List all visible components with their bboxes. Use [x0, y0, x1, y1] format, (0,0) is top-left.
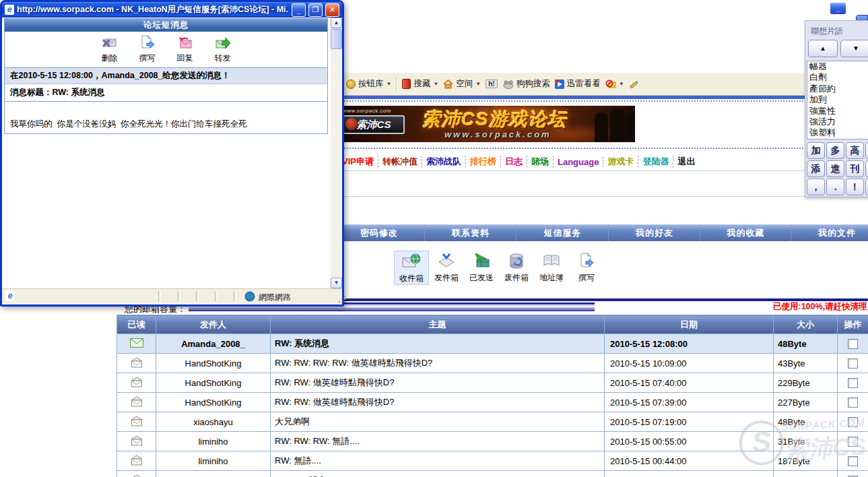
ime-key[interactable]: ？: [865, 179, 868, 195]
resize-grip[interactable]: [339, 301, 340, 303]
maximize-button[interactable]: ❐: [308, 3, 323, 17]
banner-subtitle: www.sorpack.com: [444, 129, 552, 139]
minimize-button[interactable]: _: [292, 3, 306, 17]
tab-messages[interactable]: 短信服务: [516, 225, 609, 241]
date-cell: 2010-5-15 10:09:00: [605, 354, 774, 373]
popup-blocker-item[interactable]: ▼: [605, 80, 624, 89]
ime-phrase-item[interactable]: 幅器: [809, 61, 868, 72]
ime-key[interactable]: 多: [826, 142, 844, 159]
scrollbar-thumb[interactable]: [331, 29, 342, 49]
site-banner[interactable]: www.sorpack.com 索沛CS 索沛CS游戏论坛 www.sorpac…: [340, 106, 635, 142]
pencil-icon: [629, 79, 640, 89]
message-popup-window: e http://www.sorpack.com - NK_HeatoN用户短信…: [0, 0, 344, 307]
nav-clan[interactable]: 索沛战队: [422, 156, 466, 168]
ime-key[interactable]: ．: [826, 179, 844, 195]
ime-key[interactable]: 潤: [865, 160, 868, 177]
reply-message-button[interactable]: 回复: [170, 34, 200, 67]
tab-password[interactable]: 密码修改: [333, 225, 425, 241]
ime-key[interactable]: ！: [846, 179, 864, 195]
chevron-down-icon[interactable]: ▼: [475, 81, 481, 87]
ime-key[interactable]: 加: [807, 142, 825, 159]
envelope-open-icon: [130, 474, 143, 477]
statusbar-zone-label: 網際網路: [259, 292, 291, 303]
subject-link[interactable]: 大兄弟啊: [271, 412, 605, 432]
nav-gamecard[interactable]: 游戏卡: [603, 156, 638, 168]
scroll-down-button[interactable]: ▼: [331, 278, 342, 288]
dog-search-item[interactable]: 狗狗搜索: [502, 78, 550, 90]
subject-link[interactable]: RW: RW: 做英雄時點飛得快D?: [271, 373, 605, 393]
toolbar-separator: [396, 77, 397, 91]
tab-friends[interactable]: 我的好友: [608, 225, 700, 241]
ime-key[interactable]: 高: [846, 142, 864, 159]
subject-link[interactable]: RW: RW: RW: RW: 做英雄時點飛得快D?: [271, 354, 605, 373]
sender-cell: HandShotKing: [156, 373, 271, 393]
forward-message-button[interactable]: 转发: [208, 34, 238, 67]
popup-titlebar[interactable]: e http://www.sorpack.com - NK_HeatoN用户短信…: [2, 2, 342, 18]
nav-blog[interactable]: 日志: [501, 156, 527, 168]
select-checkbox[interactable]: [848, 378, 858, 388]
nav-transfer[interactable]: 转帐冲值: [378, 156, 422, 168]
tab-files[interactable]: 我的文件: [791, 225, 868, 241]
statusbar-divider: [196, 291, 199, 302]
watermark-s-logo: S: [738, 420, 784, 466]
ime-key[interactable]: ，: [807, 179, 825, 195]
select-checkbox[interactable]: [848, 339, 858, 349]
size-cell: 227Byte: [774, 393, 838, 412]
chevron-down-icon[interactable]: ▼: [619, 81, 624, 87]
col-subject: 主题: [271, 315, 605, 334]
ime-key[interactable]: 添: [807, 160, 825, 177]
favorites-item[interactable]: 搜藏 ▼: [402, 78, 438, 90]
space-item[interactable]: 空间 ▼: [443, 78, 481, 90]
compose-button[interactable]: 撰写: [569, 251, 604, 285]
message-subject-line: 消息标题：RW: 系统消息: [5, 84, 327, 101]
chevron-down-icon[interactable]: ▼: [433, 81, 438, 87]
nav-logout[interactable]: 退出: [673, 156, 699, 168]
ime-phrase-item[interactable]: 白劑: [809, 72, 868, 83]
ime-phrase-item[interactable]: 強黨性: [809, 106, 868, 117]
envelope-open-icon: [130, 396, 143, 407]
nav-launcher[interactable]: 登陆器: [638, 156, 673, 168]
toolbar-label: 按钮库: [358, 78, 384, 90]
button-library-item[interactable]: 按钮库 ▼: [346, 78, 391, 90]
ime-key[interactable]: 刊: [846, 160, 864, 177]
ime-phrase-item[interactable]: 強活力: [809, 117, 868, 127]
inbox-button[interactable]: 收件箱: [394, 251, 429, 285]
chevron-down-icon[interactable]: ▼: [387, 81, 392, 87]
nav-ranking[interactable]: 排行榜: [466, 156, 501, 168]
subject-link[interactable]: RW: 系统消息: [271, 334, 605, 354]
tab-contact[interactable]: 联系资料: [424, 225, 516, 241]
home-icon: [443, 80, 453, 89]
highlight-pen-item[interactable]: [629, 79, 640, 89]
button-library-icon: [346, 80, 356, 89]
main-nav: VIP申请 转帐冲值 索沛战队 排行榜 日志 賭场 Language 游戏卡 登…: [338, 155, 699, 168]
popup-scrollbar[interactable]: ▲ ▼: [331, 18, 342, 288]
delete-message-button[interactable]: 删除: [95, 34, 125, 67]
scroll-up-button[interactable]: ▲: [331, 18, 342, 28]
ime-phrase-item[interactable]: 產節約: [809, 84, 868, 94]
tab-favorites[interactable]: 我的收藏: [700, 225, 791, 241]
subject-link[interactable]: RW: RW: RW: 無語....: [271, 432, 605, 451]
ime-scroll-down-button[interactable]: ▼: [840, 40, 868, 57]
subject-link[interactable]: RW: RW: 做英雄時點飛得快D?: [271, 393, 605, 412]
select-checkbox[interactable]: [848, 358, 858, 369]
minimize-window-button[interactable]: _: [830, 2, 846, 15]
nav-language[interactable]: Language: [554, 157, 603, 167]
ime-scroll-up-button[interactable]: ▲: [808, 40, 838, 57]
sent-button[interactable]: 已发送: [464, 251, 499, 285]
toolbar-label: 狗狗搜索: [516, 78, 550, 90]
ime-phrase-item[interactable]: 強塑料: [809, 127, 868, 138]
close-button[interactable]: ✕: [325, 3, 339, 17]
select-checkbox[interactable]: [848, 398, 858, 408]
trash-button[interactable]: 废件箱: [499, 251, 534, 285]
subject-link[interactable]: RW: 無語....: [271, 451, 605, 471]
outbox-button[interactable]: 发件箱: [429, 251, 464, 285]
ime-phrase-item[interactable]: 加到: [809, 94, 868, 105]
addressbook-button[interactable]: 地址簿: [534, 251, 569, 285]
subject-link[interactable]: RW: G.A版主: [271, 471, 605, 477]
nav-casino[interactable]: 賭场: [527, 156, 554, 168]
ime-key[interactable]: 長: [865, 142, 868, 159]
thunder-kankan-item[interactable]: 迅雷看看: [555, 78, 601, 90]
compose-message-button[interactable]: 撰写: [133, 34, 162, 67]
h-button[interactable]: h!: [486, 80, 497, 88]
ime-key[interactable]: 進: [826, 160, 844, 177]
